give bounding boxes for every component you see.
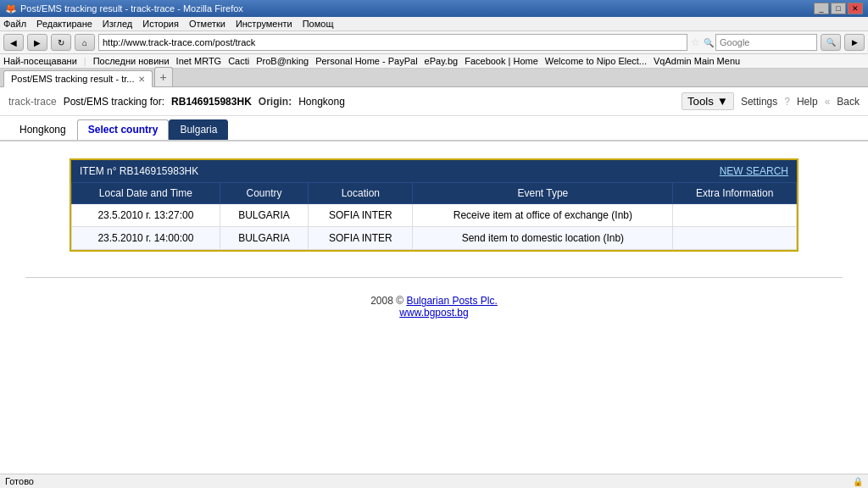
- tab-bulgaria[interactable]: Bulgaria: [169, 119, 228, 140]
- status-icons: 🔒: [853, 477, 863, 486]
- tracking-data-table: Local Date and Time Country Location Eve…: [71, 182, 797, 250]
- title-bar-controls: _ □ ✕: [814, 3, 863, 14]
- col-extra-info: Extra Information: [673, 183, 797, 204]
- browser-content: track-trace Post/EMS tracking for: RB146…: [0, 87, 868, 488]
- main-content: ITEM n° RB146915983HK NEW SEARCH Local D…: [0, 141, 868, 352]
- tab-label: Post/EMS tracking result - tr...: [11, 74, 135, 84]
- origin-label: Origin:: [259, 96, 292, 108]
- table-row: 23.5.2010 г. 14:00:00 BULGARIA SOFIA INT…: [72, 227, 797, 250]
- footer-website-link[interactable]: www.bgpost.bg: [399, 307, 468, 319]
- new-tab-button[interactable]: +: [154, 67, 173, 86]
- menu-help[interactable]: Помощ: [303, 19, 334, 29]
- footer-line1: 2008 © Bulgarian Posts Plc.: [42, 295, 826, 307]
- page-header-right: Tools ▼ Settings ? Help « Back: [682, 92, 860, 110]
- window-title: Post/EMS tracking result - track-trace -…: [20, 3, 243, 14]
- tracking-for-label: Post/EMS tracking for:: [64, 96, 164, 108]
- item-number-value: RB146915983HK: [120, 165, 198, 177]
- track-trace-link[interactable]: track-trace: [8, 96, 57, 108]
- bookmark-epay[interactable]: ePay.bg: [425, 56, 459, 66]
- search-engine-icon: 🔍: [704, 38, 714, 47]
- title-bar-left: 🦊 Post/EMS tracking result - track-trace…: [5, 3, 243, 14]
- status-bar: Готово 🔒: [0, 474, 868, 488]
- page-footer: 2008 © Bulgarian Posts Plc. www.bgpost.b…: [25, 277, 843, 336]
- page-header: track-trace Post/EMS tracking for: RB146…: [0, 87, 868, 116]
- table-header-row: ITEM n° RB146915983HK NEW SEARCH: [71, 160, 797, 182]
- new-search-link[interactable]: NEW SEARCH: [720, 165, 788, 177]
- nav-tabs: Hongkong Select country Bulgaria: [0, 116, 868, 141]
- menu-file[interactable]: Файл: [3, 19, 26, 29]
- bookmarks-bar: Най-посещавани | Последни новини Inet MR…: [0, 54, 868, 69]
- row2-event-type: Send item to domestic location (Inb): [413, 227, 673, 250]
- tab-close-button[interactable]: ✕: [138, 75, 145, 84]
- bookmark-mrtg[interactable]: Inet MRTG: [176, 56, 222, 66]
- toolbar: ◀ ▶ ↻ ⌂ ☆ 🔍 🔍 ▶: [0, 31, 868, 54]
- menu-view[interactable]: Изглед: [103, 19, 132, 29]
- reload-button[interactable]: ↻: [51, 34, 71, 51]
- row1-date: 23.5.2010 г. 13:27:00: [72, 204, 220, 227]
- close-button[interactable]: ✕: [848, 3, 863, 14]
- table-row: 23.5.2010 г. 13:27:00 BULGARIA SOFIA INT…: [72, 204, 797, 227]
- row2-country: BULGARIA: [220, 227, 308, 250]
- row2-location: SOFIA INTER: [309, 227, 413, 250]
- footer-line2: www.bgpost.bg: [42, 307, 826, 319]
- status-text: Готово: [5, 476, 34, 486]
- row1-event-type: Receive item at office of exchange (Inb): [413, 204, 673, 227]
- back-button[interactable]: ◀: [3, 34, 24, 51]
- menu-history[interactable]: История: [142, 19, 179, 29]
- menu-edit[interactable]: Редактиране: [36, 19, 92, 29]
- bookmark-separator-1: |: [84, 56, 86, 66]
- help-icon: ?: [784, 96, 790, 108]
- tracking-table-wrapper: ITEM n° RB146915983HK NEW SEARCH Local D…: [70, 158, 798, 252]
- maximize-button[interactable]: □: [831, 3, 846, 14]
- col-location: Location: [309, 183, 413, 204]
- browser-icon: 🦊: [5, 3, 17, 14]
- bookmark-vqadmin[interactable]: VqAdmin Main Menu: [654, 56, 740, 66]
- col-country: Country: [220, 183, 308, 204]
- footer-company-link[interactable]: Bulgarian Posts Plc.: [406, 295, 497, 307]
- bookmark-paypal[interactable]: Personal Home - PayPal: [315, 56, 417, 66]
- browser-tab-active[interactable]: Post/EMS tracking result - tr... ✕: [3, 70, 153, 87]
- extra-button[interactable]: ▶: [844, 34, 865, 51]
- bookmark-nipo[interactable]: Welcome to Nipo Elect...: [545, 56, 647, 66]
- bookmark-cacti[interactable]: Cacti: [228, 56, 249, 66]
- menu-bookmarks[interactable]: Отметки: [189, 19, 225, 29]
- browser-window: 🦊 Post/EMS tracking result - track-trace…: [0, 0, 868, 488]
- zoom-button[interactable]: 🔍: [821, 34, 841, 51]
- tools-button[interactable]: Tools ▼: [682, 92, 734, 110]
- forward-button[interactable]: ▶: [27, 34, 47, 51]
- page-header-left: track-trace Post/EMS tracking for: RB146…: [8, 96, 345, 108]
- tracking-number: RB146915983HK: [171, 96, 252, 108]
- menu-tools[interactable]: Инструменти: [236, 19, 292, 29]
- row2-extra: [673, 227, 797, 250]
- search-box: 🔍: [704, 34, 817, 51]
- table-header: Local Date and Time Country Location Eve…: [72, 183, 797, 204]
- settings-button[interactable]: Settings: [741, 96, 777, 108]
- tab-bar: Post/EMS tracking result - tr... ✕ +: [0, 69, 868, 87]
- origin-value: Hongkong: [298, 96, 345, 108]
- col-date: Local Date and Time: [72, 183, 220, 204]
- tab-select-country[interactable]: Select country: [77, 119, 170, 140]
- col-event-type: Event Type: [413, 183, 673, 204]
- back-icon: «: [825, 96, 831, 108]
- tab-hongkong[interactable]: Hongkong: [8, 119, 77, 140]
- title-bar: 🦊 Post/EMS tracking result - track-trace…: [0, 0, 868, 17]
- bookmark-facebook[interactable]: Facebook | Home: [465, 56, 538, 66]
- bookmark-probanking[interactable]: ProB@nking: [256, 56, 309, 66]
- row1-extra: [673, 204, 797, 227]
- bookmark-news[interactable]: Последни новини: [93, 56, 170, 66]
- row1-location: SOFIA INTER: [309, 204, 413, 227]
- bookmark-star-icon[interactable]: ☆: [691, 36, 700, 48]
- address-bar: ☆: [98, 34, 700, 51]
- back-nav-button[interactable]: Back: [837, 96, 860, 108]
- help-button[interactable]: Help: [797, 96, 818, 108]
- menu-bar: Файл Редактиране Изглед История Отметки …: [0, 17, 868, 31]
- footer-copyright: 2008 ©: [370, 295, 403, 307]
- row1-country: BULGARIA: [220, 204, 308, 227]
- row2-date: 23.5.2010 г. 14:00:00: [72, 227, 220, 250]
- bookmark-most-visited[interactable]: Най-посещавани: [3, 56, 77, 66]
- search-input[interactable]: [715, 34, 817, 51]
- home-button[interactable]: ⌂: [75, 34, 95, 51]
- item-number-label: ITEM n° RB146915983HK: [80, 165, 198, 177]
- address-input[interactable]: [98, 34, 687, 51]
- minimize-button[interactable]: _: [814, 3, 829, 14]
